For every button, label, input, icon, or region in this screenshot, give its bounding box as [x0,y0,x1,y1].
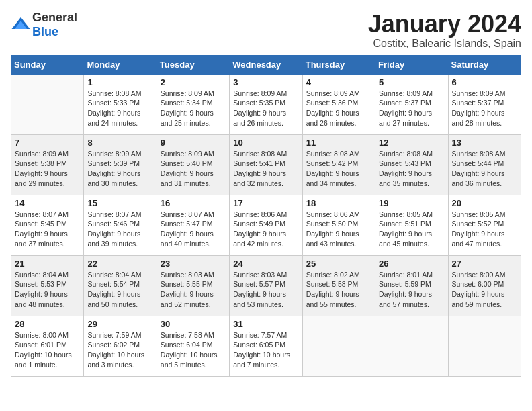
table-row [375,316,448,376]
table-row: 5Sunrise: 8:09 AM Sunset: 5:37 PM Daylig… [375,74,448,134]
table-row: 26Sunrise: 8:01 AM Sunset: 5:59 PM Dayli… [375,255,448,316]
header-wednesday: Wednesday [230,55,302,74]
day-number: 19 [379,198,444,208]
day-info: Sunrise: 8:07 AM Sunset: 5:45 PM Dayligh… [15,210,80,249]
table-row: 18Sunrise: 8:06 AM Sunset: 5:50 PM Dayli… [302,195,375,255]
day-info: Sunrise: 8:06 AM Sunset: 5:50 PM Dayligh… [306,210,371,249]
table-row: 13Sunrise: 8:08 AM Sunset: 5:44 PM Dayli… [448,134,521,195]
day-info: Sunrise: 8:08 AM Sunset: 5:41 PM Dayligh… [233,149,298,189]
calendar-header-row: Sunday Monday Tuesday Wednesday Thursday… [11,55,521,74]
day-number: 23 [161,259,226,269]
header-sunday: Sunday [11,55,84,74]
day-info: Sunrise: 8:08 AM Sunset: 5:42 PM Dayligh… [306,149,371,189]
table-row: 28Sunrise: 8:00 AM Sunset: 6:01 PM Dayli… [11,316,84,376]
table-row: 12Sunrise: 8:08 AM Sunset: 5:43 PM Dayli… [375,134,448,195]
day-info: Sunrise: 8:04 AM Sunset: 5:53 PM Dayligh… [15,270,80,310]
day-info: Sunrise: 8:08 AM Sunset: 5:33 PM Dayligh… [87,89,152,128]
logo: General Blue [11,11,77,39]
table-row: 1Sunrise: 8:08 AM Sunset: 5:33 PM Daylig… [84,74,157,134]
day-number: 8 [87,138,152,148]
table-row: 8Sunrise: 8:09 AM Sunset: 5:39 PM Daylig… [84,134,157,195]
day-info: Sunrise: 8:05 AM Sunset: 5:51 PM Dayligh… [379,210,444,249]
calendar-week-row: 28Sunrise: 8:00 AM Sunset: 6:01 PM Dayli… [11,316,521,376]
day-number: 10 [233,138,298,148]
header-tuesday: Tuesday [157,55,229,74]
calendar-table: Sunday Monday Tuesday Wednesday Thursday… [11,55,521,377]
table-row: 31Sunrise: 7:57 AM Sunset: 6:05 PM Dayli… [230,316,302,376]
header-thursday: Thursday [302,55,375,74]
logo-text-blue: Blue [32,25,58,38]
day-info: Sunrise: 8:09 AM Sunset: 5:40 PM Dayligh… [161,149,226,189]
table-row: 10Sunrise: 8:08 AM Sunset: 5:41 PM Dayli… [230,134,302,195]
location-title: Costitx, Balearic Islands, Spain [368,38,521,50]
day-info: Sunrise: 8:03 AM Sunset: 5:57 PM Dayligh… [233,270,298,310]
day-number: 9 [161,138,226,148]
day-info: Sunrise: 8:09 AM Sunset: 5:37 PM Dayligh… [379,89,444,128]
table-row: 24Sunrise: 8:03 AM Sunset: 5:57 PM Dayli… [230,255,302,316]
table-row: 19Sunrise: 8:05 AM Sunset: 5:51 PM Dayli… [375,195,448,255]
day-info: Sunrise: 8:09 AM Sunset: 5:37 PM Dayligh… [452,89,517,128]
table-row: 6Sunrise: 8:09 AM Sunset: 5:37 PM Daylig… [448,74,521,134]
day-number: 11 [306,138,371,148]
day-number: 15 [87,198,152,208]
table-row [448,316,521,376]
table-row: 7Sunrise: 8:09 AM Sunset: 5:38 PM Daylig… [11,134,84,195]
day-number: 2 [161,77,226,87]
day-number: 5 [379,77,444,87]
day-info: Sunrise: 8:04 AM Sunset: 5:54 PM Dayligh… [87,270,152,310]
day-number: 4 [306,77,371,87]
day-number: 20 [452,198,517,208]
table-row: 25Sunrise: 8:02 AM Sunset: 5:58 PM Dayli… [302,255,375,316]
day-info: Sunrise: 8:07 AM Sunset: 5:46 PM Dayligh… [87,210,152,249]
day-number: 24 [233,259,298,269]
day-number: 30 [161,319,226,329]
table-row: 16Sunrise: 8:07 AM Sunset: 5:47 PM Dayli… [157,195,229,255]
day-info: Sunrise: 8:07 AM Sunset: 5:47 PM Dayligh… [161,210,226,249]
day-number: 7 [15,138,80,148]
day-info: Sunrise: 8:00 AM Sunset: 6:00 PM Dayligh… [452,270,517,310]
day-number: 3 [233,77,298,87]
day-number: 21 [15,259,80,269]
header-saturday: Saturday [448,55,521,74]
day-info: Sunrise: 7:58 AM Sunset: 6:04 PM Dayligh… [161,330,226,370]
day-info: Sunrise: 8:09 AM Sunset: 5:34 PM Dayligh… [161,89,226,128]
day-info: Sunrise: 8:06 AM Sunset: 5:49 PM Dayligh… [233,210,298,249]
calendar-week-row: 14Sunrise: 8:07 AM Sunset: 5:45 PM Dayli… [11,195,521,255]
day-info: Sunrise: 8:05 AM Sunset: 5:52 PM Dayligh… [452,210,517,249]
day-number: 6 [452,77,517,87]
title-block: January 2024 Costitx, Balearic Islands, … [368,11,521,50]
table-row: 3Sunrise: 8:09 AM Sunset: 5:35 PM Daylig… [230,74,302,134]
day-number: 12 [379,138,444,148]
table-row: 17Sunrise: 8:06 AM Sunset: 5:49 PM Dayli… [230,195,302,255]
table-row: 29Sunrise: 7:59 AM Sunset: 6:02 PM Dayli… [84,316,157,376]
calendar-week-row: 21Sunrise: 8:04 AM Sunset: 5:53 PM Dayli… [11,255,521,316]
day-number: 17 [233,198,298,208]
day-info: Sunrise: 7:57 AM Sunset: 6:05 PM Dayligh… [233,330,298,370]
day-number: 22 [87,259,152,269]
day-info: Sunrise: 8:09 AM Sunset: 5:36 PM Dayligh… [306,89,371,128]
day-info: Sunrise: 8:02 AM Sunset: 5:58 PM Dayligh… [306,270,371,310]
day-number: 27 [452,259,517,269]
day-info: Sunrise: 8:09 AM Sunset: 5:38 PM Dayligh… [15,149,80,189]
calendar-week-row: 1Sunrise: 8:08 AM Sunset: 5:33 PM Daylig… [11,74,521,134]
day-info: Sunrise: 8:00 AM Sunset: 6:01 PM Dayligh… [15,330,80,370]
table-row: 27Sunrise: 8:00 AM Sunset: 6:00 PM Dayli… [448,255,521,316]
header-monday: Monday [84,55,157,74]
day-info: Sunrise: 7:59 AM Sunset: 6:02 PM Dayligh… [87,330,152,370]
logo-icon [11,15,31,35]
table-row [302,316,375,376]
calendar-week-row: 7Sunrise: 8:09 AM Sunset: 5:38 PM Daylig… [11,134,521,195]
table-row: 30Sunrise: 7:58 AM Sunset: 6:04 PM Dayli… [157,316,229,376]
logo-text-general: General [32,11,77,24]
day-info: Sunrise: 8:03 AM Sunset: 5:55 PM Dayligh… [161,270,226,310]
month-title: January 2024 [368,11,521,38]
table-row [11,74,84,134]
table-row: 9Sunrise: 8:09 AM Sunset: 5:40 PM Daylig… [157,134,229,195]
day-number: 25 [306,259,371,269]
table-row: 20Sunrise: 8:05 AM Sunset: 5:52 PM Dayli… [448,195,521,255]
table-row: 4Sunrise: 8:09 AM Sunset: 5:36 PM Daylig… [302,74,375,134]
day-number: 16 [161,198,226,208]
day-number: 28 [15,319,80,329]
day-info: Sunrise: 8:09 AM Sunset: 5:35 PM Dayligh… [233,89,298,128]
header-friday: Friday [375,55,448,74]
